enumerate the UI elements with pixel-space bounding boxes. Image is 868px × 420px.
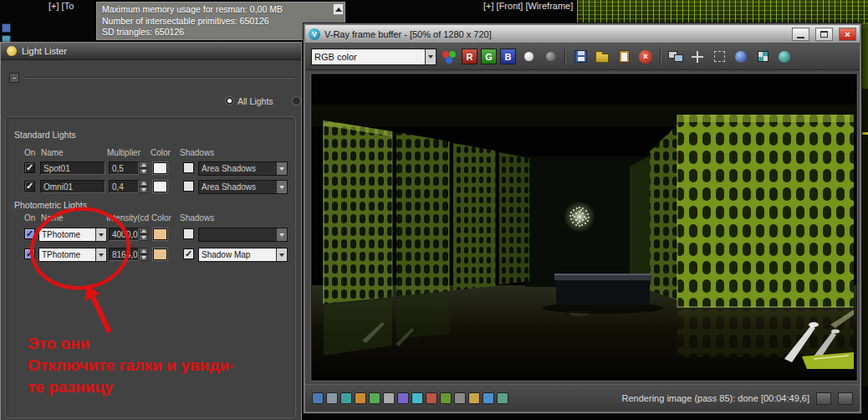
light-name-value: TPhotome [39,228,95,241]
light-lister-titlebar[interactable]: Light Lister [1,43,301,60]
render-scene [312,74,856,380]
vfb-status-icon[interactable] [397,392,409,404]
shadow-type-dropdown[interactable]: Area Shadows [198,180,288,194]
copy-to-clipboard-button[interactable] [615,49,633,65]
light-color-swatch[interactable] [153,162,167,174]
red-channel-button[interactable]: R [462,49,477,64]
intensity-field[interactable]: 4000,0 [109,228,139,241]
light-name-field[interactable]: Omni01 [40,180,105,193]
intensity-spinner[interactable] [139,228,148,241]
shadow-type-dropdown[interactable] [198,228,288,242]
light-name-value: TPhotome [39,248,95,261]
light-name-dropdown[interactable]: TPhotome [38,228,107,242]
light-name-field[interactable]: Spot01 [40,161,105,175]
toolbar-icon-small-1[interactable] [2,23,11,33]
rgb-channels-icon[interactable] [440,49,458,65]
chevron-down-icon [425,49,436,64]
col-header-on: On [24,213,35,223]
blue-channel-button[interactable]: B [500,49,516,64]
window-title: Light Lister [22,46,67,56]
viewport-label-top[interactable]: [+] [To [49,1,74,11]
all-lights-row: All Lights [225,93,301,108]
light-color-swatch[interactable] [153,248,167,260]
expand-button[interactable] [816,392,831,405]
vfb-status-icon[interactable] [312,392,324,404]
vfb-status-icon[interactable] [497,392,508,404]
render-last-button[interactable] [732,49,750,65]
chevron-down-icon [276,228,287,241]
minimize-button[interactable] [792,28,809,41]
multiplier-field[interactable]: 0,5 [109,161,139,175]
channel-select-dropdown[interactable]: RGB color [311,49,437,65]
intensity-spinner[interactable] [139,248,148,261]
light-on-checkbox[interactable]: ✓ [24,162,35,173]
vfb-status-icon[interactable] [440,392,452,404]
light-color-swatch[interactable] [153,228,167,240]
multiplier-spinner[interactable] [139,161,148,175]
track-mouse-button[interactable] [688,49,707,65]
shadow-type-value: Area Shadows [199,181,276,193]
chevron-down-icon [95,228,106,241]
alpha-channel-button[interactable] [519,49,538,65]
region-render-button[interactable] [710,49,728,65]
shadow-on-checkbox[interactable] [183,181,194,192]
clear-image-button[interactable]: × [636,49,655,65]
vfb-status-icon[interactable] [340,392,352,404]
vfb-toolbar: RGB color R G B × [305,44,860,70]
viewport-label-front[interactable]: [+] [Front] [Wireframe] [483,1,573,11]
duplicate-to-host-button[interactable] [666,49,685,65]
all-lights-radio[interactable] [225,96,234,105]
vfb-status-icon[interactable] [369,392,380,404]
multiplier-field[interactable]: 0,4 [109,180,139,193]
vfb-titlebar[interactable]: V V-Ray frame buffer - [50% of 1280 x 72… [305,25,860,44]
col-header-color: Color [151,148,171,157]
shadow-type-dropdown[interactable]: Shadow Map [198,248,288,262]
chevron-down-icon [95,248,106,261]
shadow-on-checkbox[interactable]: ✓ [183,248,194,259]
vfb-status-icon[interactable] [426,392,437,404]
intensity-field[interactable]: 8164,0 [109,248,139,261]
vfb-status-icon[interactable] [468,392,480,404]
vfb-status-icon[interactable] [383,392,395,404]
light-on-checkbox[interactable]: ✓ [24,248,35,259]
load-image-button[interactable] [593,49,611,65]
col-header-intensity: Intensity(cd [106,213,149,223]
vfb-status-icon[interactable] [483,392,494,404]
save-image-button[interactable] [571,49,590,65]
shadow-type-dropdown[interactable]: Area Shadows [198,161,288,176]
vfb-status-bar: Rendering image (pass 85): done [00:04:4… [305,384,860,412]
light-name-dropdown[interactable]: TPhotome [38,248,107,262]
vfb-status-icon[interactable] [326,392,338,404]
restore-button[interactable] [815,28,833,41]
light-on-checkbox[interactable]: ✓ [24,228,35,239]
scroll-up-button[interactable] [333,3,344,15]
toolbar-separator [564,49,566,65]
channel-select-value: RGB color [312,49,425,64]
shadow-on-checkbox[interactable] [183,228,194,239]
col-header-shadows: Shadows [180,148,214,157]
vfb-status-icon[interactable] [355,392,366,404]
vfb-status-icon[interactable] [411,392,423,404]
light-on-checkbox[interactable]: ✓ [24,181,35,192]
light-color-swatch[interactable] [153,181,167,192]
multiplier-spinner[interactable] [139,180,148,193]
vfb-status-icon[interactable] [454,392,466,404]
rendered-image-area[interactable] [311,74,857,381]
environment-button[interactable] [775,49,794,65]
sampler-info-button[interactable] [753,49,772,65]
memory-info-line: Number of intersectable primitives: 6501… [102,16,331,28]
standard-light-row: ✓ Omni01 0,4 Area Shadows [1,180,301,195]
shadow-type-value [199,228,276,241]
rollout-collapse-button[interactable]: - [9,73,19,83]
monochrome-channel-button[interactable] [541,49,559,65]
general-settings-radio[interactable] [292,96,301,105]
memory-info-line: Maximum memory usage for resman: 0,00 MB [102,4,331,16]
options-button[interactable] [838,392,853,405]
col-header-name: Name [41,148,64,157]
table [543,274,663,314]
shadow-on-checkbox[interactable] [183,162,194,173]
light-lister-window: Light Lister - All Lights Standard Light… [0,42,302,420]
close-button[interactable]: × [839,28,856,41]
green-channel-button[interactable]: G [481,49,497,64]
col-header-shadows: Shadows [180,213,214,223]
